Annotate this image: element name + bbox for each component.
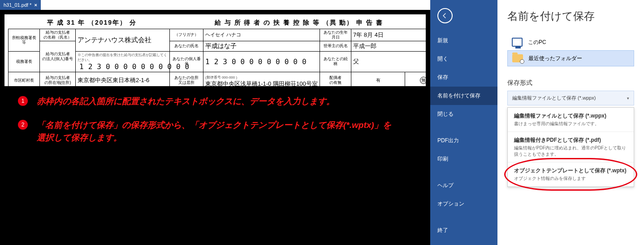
format-dropdown: 編集情報ファイルとして保存 (*.wppx) 書けまっせ専用の編集情報ファイルで… [507,107,634,187]
format-select[interactable]: 編集情報ファイルとして保存 (*.wppx) [507,91,634,105]
option-title: 編集情報ファイルとして保存 (*.wppx) [514,112,627,120]
arrow-left-icon [441,12,449,19]
close-icon[interactable]: × [34,2,37,8]
val-spouse-no[interactable]: 無 [420,77,427,84]
tab-bar: h31_01.pdf * × [0,0,430,10]
format-option-wppx[interactable]: 編集情報ファイルとして保存 (*.wppx) 書けまっせ専用の編集情報ファイルで… [508,108,634,132]
hdr-payer-name: 給与の支払者 の名称（氏名） [40,29,76,41]
option-desc: 編集情報がPDF内に埋め込まれ、通常のPDFとして取り扱うこともできます。 [514,145,626,157]
val-birth[interactable]: 7年 8月 4日 [351,29,441,41]
payer-number-note: ※この申告書の提出を受けた給与の支払者が記載してください。 [78,52,168,62]
hdr-payer-number: 給与の支払者 の法人(個人)番号 [40,41,76,72]
menu-item-2[interactable]: 保存 [430,68,497,87]
option-desc: 書けまっせ専用の編集情報ファイルです。 [514,121,599,126]
menu-item-6[interactable]: 印刷 [430,150,497,168]
option-title: オブジェクトテンプレートとして保存 (*.wptx) [514,167,627,175]
format-option-pdf[interactable]: 編集情報付きPDFとして保存 (*.pdf) 編集情報がPDF内に埋め込まれ、通… [508,132,634,162]
back-button[interactable] [437,8,453,23]
val-furigana[interactable]: ヘイセイ ハナコ [203,29,320,41]
hdr-relation: あなたとの続柄 [320,51,351,72]
folder-icon [512,54,523,62]
format-option-wptx[interactable]: オブジェクトテンプレートとして保存 (*.wptx) オブジェクト情報のみを保存… [508,162,634,187]
clock-icon [520,59,524,64]
file-menu: 新規開く保存名前を付けて保存閉じるPDF出力印刷ヘルプオプション終了 [430,0,497,245]
menu-item-4[interactable]: 閉じる [430,105,497,123]
menu-item-7[interactable]: ヘルプ [430,176,497,195]
format-heading: 保存形式 [507,79,634,87]
menu-item-5[interactable]: PDF出力 [430,131,497,150]
menu-item-3[interactable]: 名前を付けて保存 [430,87,497,105]
document-tab[interactable]: h31_01.pdf * × [0,0,41,10]
option-title: 編集情報付きPDFとして保存 (*.pdf) [514,136,627,144]
val-household-head[interactable]: 平成一郎 [351,41,441,51]
step-text: 「名前を付けて保存」の保存形式から、「オブジェクトテンプレートとして保存(*.w… [37,119,395,144]
pc-icon [512,38,523,47]
hdr-tax-chief: 税務署長 [9,51,40,72]
format-selected-label: 編集情報ファイルとして保存 (*.wppx) [512,95,596,101]
menu-item-9[interactable]: 終了 [430,221,497,240]
hdr-your-name: あなたの氏名 [170,41,203,51]
hdr-household-head: 世帯主の氏名 [320,41,351,51]
form-title-left: 平 成 31 年 （2019年） 分 [47,19,137,27]
step-badge: 1 [18,96,28,106]
menu-item-1[interactable]: 開く [430,50,497,68]
instruction-overlay: 1 赤枠内の各記入箇所に配置されたテキストボックスに、データを入力します。 2 … [0,86,430,245]
val-payer-name[interactable]: アンテナハウス株式会社 [76,29,170,52]
val-payer-number[interactable]: 1230000000000 [78,62,168,71]
location-label: 最近使ったフォルダー [528,55,582,62]
instruction-2: 2 「名前を付けて保存」の保存形式から、「オブジェクトテンプレートとして保存(*… [18,119,412,144]
step-badge: 2 [18,120,28,130]
step-text: 赤枠内の各記入箇所に配置されたテキストボックスに、データを入力します。 [37,95,335,108]
save-as-panel: 新規開く保存名前を付けて保存閉じるPDF出力印刷ヘルプオプション終了 名前を付け… [430,0,644,245]
form-title-right: 給 与 所 得 者 の 扶 養 控 除 等 （異 動） 申 告 書 [215,19,383,27]
hdr-furigana: （フリガナ） [170,29,203,41]
val-relation[interactable]: 父 [351,51,441,72]
form-table: 所轄税務署長等 給与の支払者 の名称（氏名） アンテナハウス株式会社 （フリガナ… [8,29,441,89]
menu-item-0[interactable]: 新規 [430,31,497,50]
hdr-birth: あなたの生年月日 [320,29,351,41]
menu-item-8[interactable]: オプション [430,195,497,213]
save-as-pane: 名前を付けて保存 このPC 最近使ったフォルダー 保存形式 編集情報ファイルとし… [497,0,644,245]
val-your-number[interactable]: 123000000000 [203,51,320,72]
hdr-tax-office: 所轄税務署長等 [9,29,40,52]
instruction-1: 1 赤枠内の各記入箇所に配置されたテキストボックスに、データを入力します。 [18,95,412,108]
val-your-name[interactable]: 平成はな子 [203,41,320,51]
tab-title: h31_01.pdf * [4,2,31,8]
location-label: このPC [528,39,546,46]
option-desc: オブジェクト情報のみを保存します [514,176,586,181]
location-recent-folders[interactable]: 最近使ったフォルダー [507,50,634,66]
pane-title: 名前を付けて保存 [507,9,634,23]
location-this-pc[interactable]: このPC [507,34,634,50]
